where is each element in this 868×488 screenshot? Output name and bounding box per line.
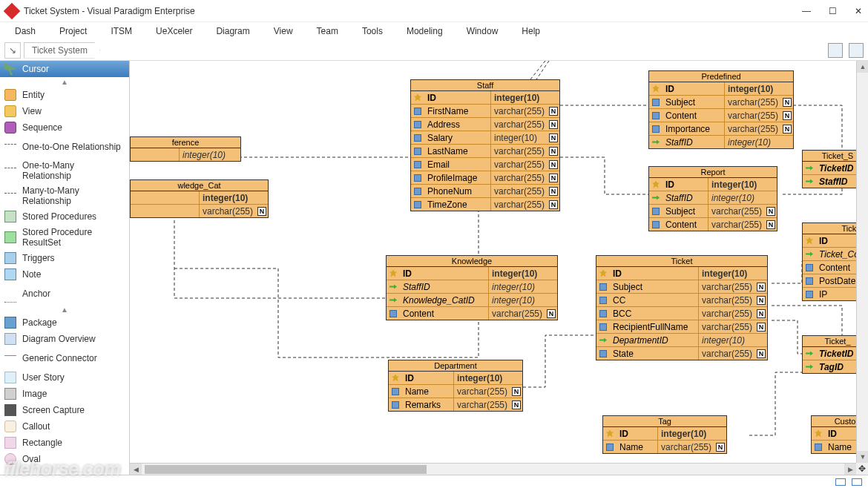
maximize-button[interactable]: ☐ [829,6,837,16]
cap-icon [4,404,16,416]
diagram-canvas[interactable]: StaffIDinteger(10)FirstNamevarchar(255)N… [130,61,856,463]
entity-ticket-[interactable]: Ticket_TicketIDTagID [802,335,856,374]
palette-rectangle[interactable]: Rectangle [0,435,129,451]
minimize-button[interactable]: — [802,6,811,16]
palette-screen-capture[interactable]: Screen Capture [0,402,129,418]
palette-sequence[interactable]: Sequence [0,119,129,136]
palette-anchor[interactable]: Anchor [0,283,129,305]
entity-column: LastNamevarchar(255)N [411,145,559,158]
menu-project[interactable]: Project [47,24,99,38]
palette-one-to-one-relationship[interactable]: One-to-One Relationship [0,136,129,158]
entity-column: IDinteger(10) [387,267,557,280]
status-panel-icon[interactable] [852,478,862,486]
palette-item-label: Callout [22,421,50,432]
column-type: varchar(255) [491,119,548,130]
hscroll-thumb[interactable] [145,465,427,474]
scroll-down-icon[interactable]: ▼ [857,451,868,463]
column-type: varchar(255) [699,295,755,306]
scroll-up-icon[interactable]: ▲ [857,61,868,73]
entity-column: ID [812,427,856,441]
palette-callout[interactable]: Callout [0,418,129,435]
entity-tag[interactable]: TagIDinteger(10)Namevarchar(255)N [602,415,727,454]
palette-view[interactable]: View [0,103,129,119]
palette-many-to-many-relationship[interactable]: Many-to-Many Relationship [0,183,129,208]
menu-window[interactable]: Window [455,24,510,38]
column-name: PostDate [816,274,856,287]
entity-column: varchar(255)N [131,205,268,217]
column-type: integer(10) [725,137,781,148]
entity-column: IDinteger(10) [389,372,522,385]
entity-department[interactable]: DepartmentIDinteger(10)Namevarchar(255)N… [388,360,523,412]
palette-collapse-icon[interactable]: ▲ [0,77,129,87]
palette-stored-procedures[interactable]: Stored Procedures [0,208,129,225]
palette-note[interactable]: Note [0,266,129,283]
toolbar-icon-2[interactable] [849,43,864,58]
entity-ticket[interactable]: TicketIDinteger(10)Subjectvarchar(255)NC… [596,255,768,360]
key-icon [392,375,399,382]
entity-wledge-cat[interactable]: wledge_Catinteger(10)varchar(255)N [130,179,269,218]
palette-entity[interactable]: Entity [0,87,129,103]
entity-header: Tag [603,416,726,427]
toolbar-icon-1[interactable] [828,43,843,58]
palette-image[interactable]: Image [0,386,129,402]
palette-cursor[interactable]: Cursor [0,61,129,77]
entity-ticket-s[interactable]: Ticket_STicketIDStaffID [802,150,856,188]
palette-generic-connector[interactable]: Generic Connector [0,347,129,369]
entity-column: IDinteger(10) [649,82,793,96]
menu-team[interactable]: Team [305,24,350,38]
horizontal-scrollbar[interactable]: ◀ ▶ [130,463,856,475]
menu-dash[interactable]: Dash [3,24,47,38]
vertical-scrollbar[interactable]: ▲ ▼ [856,61,868,463]
menu-uexceler[interactable]: UeXceler [144,24,204,38]
entity-column: Salaryinteger(10)N [411,131,559,145]
menu-modeling[interactable]: Modeling [395,24,455,38]
menu-diagram[interactable]: Diagram [204,24,261,38]
palette-collapse-icon-2[interactable]: ▲ [0,305,129,314]
breadcrumb[interactable]: Ticket System [24,42,100,59]
entity-ference[interactable]: ferenceinteger(10) [130,136,241,162]
menu-help[interactable]: Help [510,24,552,38]
scroll-right-icon[interactable]: ▶ [844,464,856,475]
column-type: integer(10) [708,179,765,190]
resize-corner-icon[interactable]: ✥ [856,463,868,475]
column-type: varchar(255) [699,349,755,359]
nullable-badge: N [512,387,521,396]
column-icon [806,291,813,298]
entity-column: Namevarchar(255)N [389,385,522,398]
entity-ticket[interactable]: TicketIDTicket_ContaineContentPostDateIP [802,222,856,301]
entity-staff[interactable]: StaffIDinteger(10)FirstNamevarchar(255)N… [410,79,560,211]
seq-icon [4,122,16,133]
menu-tools[interactable]: Tools [350,24,395,38]
entity-custo[interactable]: CustoIDName [811,415,856,454]
breadcrumb-back-button[interactable]: ↘ [4,42,21,59]
palette-user-story[interactable]: User Story [0,369,129,386]
close-button[interactable]: ✕ [855,6,862,16]
column-type: varchar(255) [699,309,755,319]
status-mail-icon[interactable] [835,478,846,486]
column-name [144,205,200,217]
key-icon [389,270,397,277]
scroll-left-icon[interactable]: ◀ [130,464,142,475]
entity-report[interactable]: ReportIDinteger(10)StaffIDinteger(10)Sub… [648,166,777,231]
toolbar: ↘ Ticket System [0,40,868,61]
palette-one-to-many-relationship[interactable]: One-to-Many Relationship [0,158,129,183]
column-icon [806,277,813,285]
rect-icon [4,437,16,449]
palette-triggers[interactable]: Triggers [0,250,129,266]
nullable-badge: N [547,309,556,318]
column-name: CC [610,294,699,306]
column-type: varchar(255) [699,322,755,332]
menu-view[interactable]: View [262,24,305,38]
palette-diagram-overview[interactable]: Diagram Overview [0,331,129,347]
palette-oval[interactable]: Oval [0,451,129,467]
entity-predefined[interactable]: PredefinedIDinteger(10)Subjectvarchar(25… [648,70,794,149]
sp-icon [4,211,16,222]
key-icon [414,94,421,102]
column-type: varchar(255) [725,124,781,134]
view-icon [4,105,16,117]
palette-package[interactable]: Package [0,314,129,331]
nullable-badge: N [549,200,558,209]
menu-itsm[interactable]: ITSM [99,24,144,38]
entity-knowledge[interactable]: KnowledgeIDinteger(10)StaffIDinteger(10)… [386,255,558,320]
palette-stored-procedure-resultset[interactable]: Stored Procedure ResultSet [0,225,129,250]
